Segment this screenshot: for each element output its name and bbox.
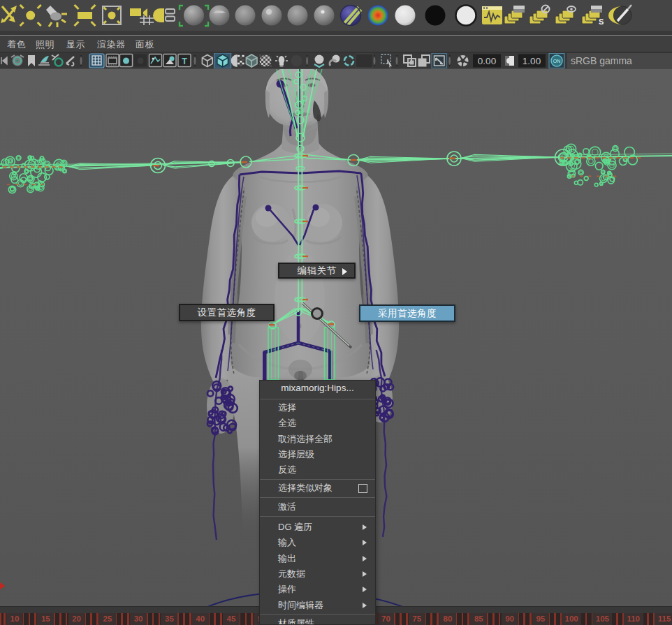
svg-text:0.00: 0.00 <box>478 56 496 66</box>
svg-text:1.00: 1.00 <box>523 56 541 66</box>
svg-text:S: S <box>599 17 604 26</box>
svg-text:T: T <box>182 57 187 66</box>
svg-text:ON: ON <box>553 59 561 64</box>
svg-text:sRGB gamma: sRGB gamma <box>571 55 632 66</box>
